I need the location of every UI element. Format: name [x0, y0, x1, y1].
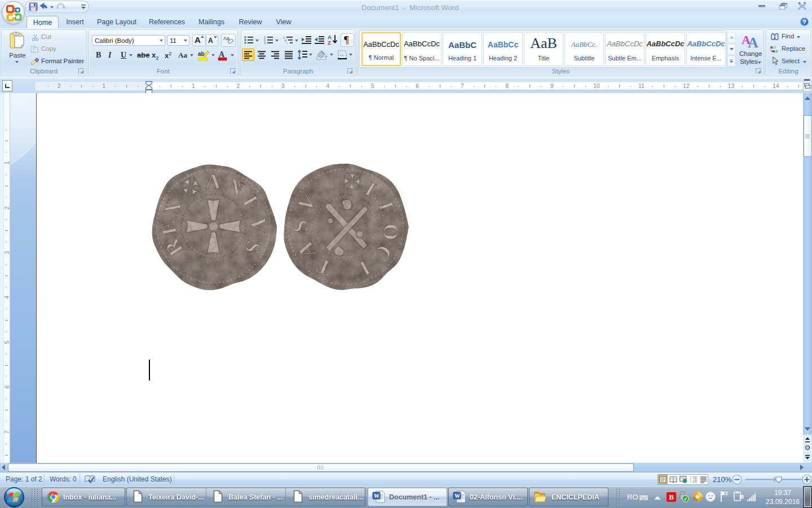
svg-text:W: W [374, 493, 379, 499]
svg-text:W: W [454, 493, 460, 499]
svg-text:O: O [379, 223, 403, 240]
svg-text:3: 3 [264, 41, 266, 45]
svg-text:i: i [286, 41, 287, 45]
svg-text:Λ: Λ [205, 169, 221, 193]
svg-text:Aa: Aa [223, 36, 230, 41]
svg-text:V: V [246, 217, 270, 234]
svg-text:a: a [773, 49, 775, 53]
svg-text:Z: Z [328, 40, 331, 46]
svg-text:A: A [748, 34, 758, 50]
svg-text:c: c [776, 49, 779, 53]
svg-text:✠: ✠ [342, 169, 362, 194]
